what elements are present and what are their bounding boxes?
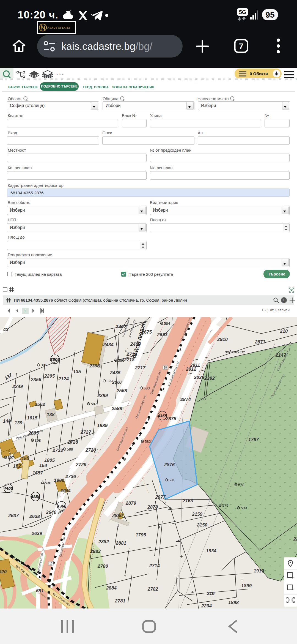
svg-text:583: 583: [144, 386, 150, 390]
svg-text:2204: 2204: [201, 603, 212, 608]
svg-text:153: 153: [21, 456, 29, 461]
svg-text:1919: 1919: [254, 568, 264, 574]
svg-text:1898: 1898: [228, 600, 239, 605]
svg-text:306: 306: [41, 363, 47, 367]
svg-text:154: 154: [39, 463, 47, 468]
svg-text:2920: 2920: [0, 569, 7, 574]
svg-text:2728: 2728: [67, 440, 78, 445]
svg-text:2873: 2873: [255, 339, 265, 345]
svg-text:2717: 2717: [135, 365, 146, 370]
svg-text:587: 587: [91, 402, 97, 406]
svg-text:2150: 2150: [197, 522, 207, 528]
svg-text:397: 397: [8, 455, 14, 460]
svg-text:2435: 2435: [110, 370, 120, 375]
svg-text:2880: 2880: [112, 513, 123, 518]
svg-text:398: 398: [35, 438, 41, 443]
svg-text:581: 581: [169, 478, 175, 482]
svg-text:2729: 2729: [76, 462, 86, 467]
svg-text:1795: 1795: [136, 532, 146, 537]
svg-text:2163: 2163: [182, 498, 193, 503]
svg-text:2781: 2781: [115, 598, 125, 604]
svg-text:399: 399: [106, 379, 113, 383]
svg-text:139: 139: [15, 420, 23, 425]
svg-text:2808: 2808: [50, 357, 60, 362]
svg-text:140: 140: [3, 419, 11, 424]
svg-text:586: 586: [118, 358, 124, 362]
svg-text:2567: 2567: [112, 380, 123, 385]
svg-text:2714: 2714: [149, 563, 160, 568]
svg-text:2878: 2878: [147, 504, 158, 510]
svg-text:584: 584: [164, 321, 170, 326]
svg-text:2398: 2398: [89, 363, 100, 369]
svg-text:2588: 2588: [111, 406, 122, 411]
svg-text:2733: 2733: [52, 448, 63, 453]
svg-text:2780: 2780: [97, 564, 108, 569]
svg-text:599: 599: [241, 506, 247, 510]
svg-text:578: 578: [238, 483, 244, 487]
svg-text:152: 152: [13, 463, 21, 469]
svg-text:588: 588: [67, 447, 73, 451]
svg-text:2782: 2782: [147, 586, 158, 592]
svg-text:7: 7: [239, 42, 244, 51]
svg-text:2727: 2727: [80, 430, 91, 435]
svg-text:2641: 2641: [60, 488, 71, 493]
svg-text:2883: 2883: [90, 549, 101, 554]
svg-text:2633: 2633: [157, 332, 167, 337]
svg-text:1767: 1767: [248, 437, 259, 442]
svg-text:1657: 1657: [32, 470, 43, 476]
svg-text:1899: 1899: [241, 583, 252, 588]
svg-text:2879: 2879: [125, 501, 136, 506]
svg-text:2124: 2124: [58, 376, 69, 381]
svg-text:2434: 2434: [103, 342, 114, 347]
svg-text:1906: 1906: [54, 478, 64, 483]
svg-text:210: 210: [280, 329, 288, 334]
svg-text:2639: 2639: [31, 531, 42, 536]
svg-text:579: 579: [222, 503, 229, 507]
svg-text:2249: 2249: [12, 384, 23, 389]
svg-text:2399: 2399: [97, 393, 108, 398]
svg-text:2881: 2881: [116, 541, 126, 546]
svg-text:2295: 2295: [44, 373, 55, 379]
svg-text:2875: 2875: [166, 416, 176, 421]
svg-text:2882: 2882: [98, 539, 109, 544]
svg-text:2876: 2876: [164, 462, 175, 467]
svg-text:NEXUS ESTATES: NEXUS ESTATES: [47, 26, 70, 29]
svg-text:2640: 2640: [46, 510, 56, 515]
svg-text:2910: 2910: [217, 337, 228, 342]
svg-text:530: 530: [45, 481, 51, 485]
svg-text:2159: 2159: [192, 512, 202, 517]
svg-text:138: 138: [47, 412, 55, 417]
svg-text:582: 582: [145, 440, 151, 444]
svg-text:4400: 4400: [3, 486, 13, 491]
svg-text:2884: 2884: [106, 585, 117, 591]
svg-text:поделение: поделение: [225, 350, 245, 354]
svg-text:5G: 5G: [239, 9, 246, 15]
svg-text:135: 135: [73, 369, 81, 374]
svg-text:4354: 4354: [31, 494, 40, 499]
svg-text:18: 18: [164, 366, 167, 369]
svg-text:1989: 1989: [97, 423, 108, 428]
svg-text:2874: 2874: [180, 397, 191, 402]
svg-text:2637: 2637: [8, 513, 19, 518]
svg-text:4355: 4355: [157, 413, 167, 418]
svg-text:2736: 2736: [65, 474, 76, 479]
svg-text:2912: 2912: [186, 367, 196, 372]
svg-text:2356: 2356: [31, 377, 41, 382]
svg-text:2638: 2638: [29, 514, 40, 519]
svg-text:22: 22: [293, 536, 297, 542]
svg-text:216: 216: [207, 591, 215, 596]
svg-text:43: 43: [3, 327, 9, 332]
svg-text:2568: 2568: [116, 388, 127, 393]
svg-text:2039: 2039: [194, 375, 204, 380]
svg-text:2292: 2292: [204, 376, 215, 381]
svg-text:2562: 2562: [34, 402, 45, 407]
svg-text:1615: 1615: [27, 415, 37, 421]
svg-text:1934: 1934: [206, 548, 216, 553]
svg-text:1805: 1805: [44, 458, 55, 463]
svg-text:18: 18: [49, 562, 53, 565]
svg-text:4356: 4356: [57, 504, 67, 508]
